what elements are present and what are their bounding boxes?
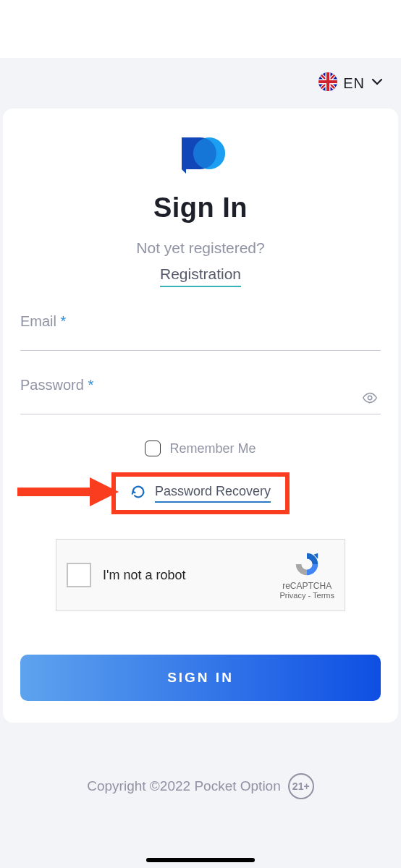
signin-card: Sign In Not yet registered? Registration…: [3, 109, 398, 723]
home-indicator: [146, 858, 255, 862]
password-recovery-area: Password Recovery: [20, 472, 381, 514]
email-field-wrap: Email *: [20, 313, 381, 351]
highlight-arrow-icon: [17, 477, 119, 509]
recaptcha-checkbox[interactable]: [67, 563, 91, 587]
password-label: Password *: [20, 377, 93, 393]
remember-label: Remember Me: [169, 441, 256, 456]
toggle-password-visibility-icon[interactable]: [362, 390, 378, 409]
svg-point-3: [193, 137, 225, 169]
required-mark: *: [61, 313, 67, 329]
top-bar: EN: [0, 58, 401, 109]
recaptcha-links[interactable]: Privacy - Terms: [279, 591, 334, 600]
svg-rect-5: [17, 488, 96, 496]
refresh-icon: [130, 484, 146, 503]
uk-flag-icon: [318, 72, 337, 94]
email-label: Email *: [20, 313, 66, 330]
required-mark: *: [88, 377, 93, 393]
recaptcha-logo-icon: [293, 571, 321, 579]
recaptcha-brand: reCAPTCHA: [279, 581, 334, 591]
email-label-text: Email: [20, 313, 56, 329]
prompt-text: Not yet registered?: [20, 239, 381, 257]
sign-in-button[interactable]: SIGN IN: [20, 655, 381, 701]
password-field-wrap: Password *: [20, 377, 381, 414]
recaptcha-widget[interactable]: I'm not a robot reCAPTCHA Privacy - Term…: [56, 539, 345, 611]
checkbox-icon[interactable]: [145, 441, 161, 456]
copyright-text: Copyright ©2022 Pocket Option: [87, 778, 280, 794]
status-bar-spacer: [0, 0, 401, 58]
age-badge: 21+: [288, 773, 314, 799]
divider: [20, 414, 381, 414]
page-title: Sign In: [20, 192, 381, 224]
brand-logo: [20, 135, 381, 175]
password-recovery-link[interactable]: Password Recovery: [155, 484, 271, 503]
remember-me[interactable]: Remember Me: [20, 441, 381, 456]
language-label: EN: [343, 75, 365, 92]
recaptcha-branding: reCAPTCHA Privacy - Terms: [279, 550, 334, 600]
svg-point-4: [368, 396, 372, 400]
footer: Copyright ©2022 Pocket Option 21+: [0, 773, 401, 799]
divider: [20, 350, 381, 351]
highlight-box: Password Recovery: [111, 472, 290, 514]
chevron-down-icon: [371, 75, 384, 91]
language-selector[interactable]: EN: [318, 72, 384, 94]
password-label-text: Password: [20, 377, 84, 393]
recaptcha-text: I'm not a robot: [103, 568, 268, 583]
registration-link[interactable]: Registration: [160, 265, 241, 287]
